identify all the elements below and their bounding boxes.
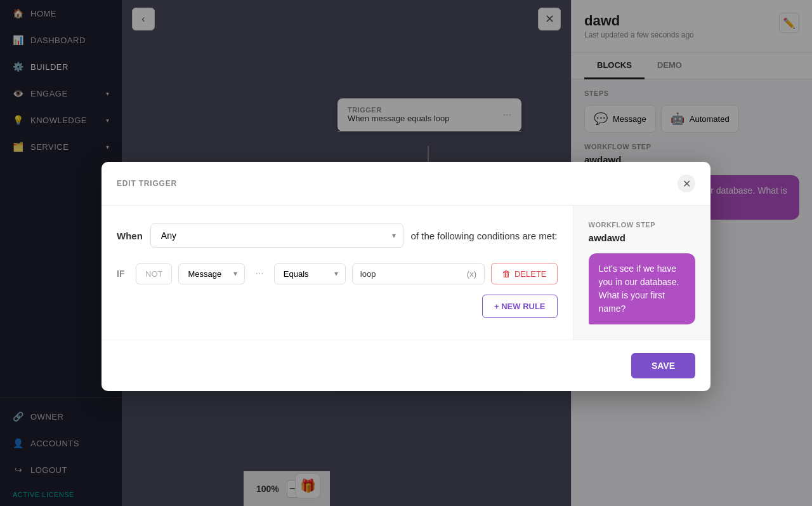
modal-workflow-step-label: WORKFLOW STEP	[589, 221, 695, 229]
when-label: When	[117, 230, 143, 241]
modal-left: When Any All ▾ of the following conditio…	[102, 206, 573, 340]
if-row: IF NOT Message ▾ ··· Equals Contains Sta	[117, 263, 558, 284]
modal-close-button[interactable]: ✕	[678, 175, 695, 192]
trash-icon: 🗑	[502, 269, 511, 279]
more-options-button[interactable]: ···	[251, 265, 267, 282]
if-label: IF	[117, 269, 129, 279]
when-select[interactable]: Any All	[150, 223, 403, 248]
rule-footer-row: + NEW RULE	[117, 295, 558, 318]
delete-button[interactable]: 🗑 DELETE	[491, 263, 558, 284]
modal-chat-bubble: Let's see if we have you in our database…	[589, 253, 695, 324]
delete-label: DELETE	[514, 269, 547, 279]
value-clear-icon[interactable]: (x)	[467, 269, 476, 279]
edit-trigger-modal: EDIT TRIGGER ✕ When Any All ▾ of the fol…	[102, 162, 710, 391]
operator-select-wrapper: Equals Contains Starts with ▾	[274, 263, 346, 284]
modal-title: EDIT TRIGGER	[117, 179, 177, 188]
when-row: When Any All ▾ of the following conditio…	[117, 223, 558, 248]
modal-header: EDIT TRIGGER ✕	[102, 162, 710, 206]
modal-workflow-step-name: awdawd	[589, 232, 695, 243]
modal-overlay: EDIT TRIGGER ✕ When Any All ▾ of the fol…	[0, 0, 812, 506]
modal-right: WORKFLOW STEP awdawd Let's see if we hav…	[573, 206, 710, 340]
value-input-wrapper: (x)	[352, 263, 485, 284]
not-button[interactable]: NOT	[136, 263, 172, 284]
conditions-text: of the following conditions are met:	[411, 230, 558, 241]
field-select[interactable]: Message	[178, 263, 245, 284]
modal-body: When Any All ▾ of the following conditio…	[102, 206, 710, 340]
save-button[interactable]: SAVE	[631, 353, 695, 378]
value-input[interactable]	[360, 269, 467, 279]
new-rule-button[interactable]: + NEW RULE	[482, 295, 558, 318]
modal-footer: SAVE	[102, 340, 710, 391]
operator-select[interactable]: Equals Contains Starts with	[274, 263, 346, 284]
when-select-wrapper: Any All ▾	[150, 223, 403, 248]
field-select-wrapper: Message ▾	[178, 263, 245, 284]
